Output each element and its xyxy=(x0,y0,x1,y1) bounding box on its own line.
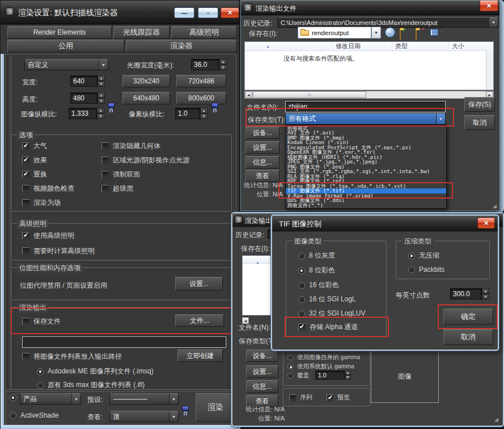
spinner-down-icon[interactable]: ▼ xyxy=(200,113,207,119)
devices-button[interactable]: 设备... xyxy=(246,350,278,362)
new-folder-icon[interactable]: ✦ xyxy=(416,29,417,40)
devices-button[interactable]: 设备... xyxy=(245,127,279,139)
spinner-up-icon[interactable]: ▲ xyxy=(482,288,489,294)
pixel-aspect-field[interactable]: 1.0 xyxy=(175,108,200,119)
width-field[interactable]: 640 xyxy=(70,75,98,87)
format-option[interactable]: JPEG 文件 (*.jpg,*.jpe,*.jpeg) xyxy=(286,159,446,164)
gamma-override-field[interactable]: 1.0 xyxy=(315,371,345,380)
tab-render-elements[interactable]: Render Elements xyxy=(7,26,112,39)
cancel-button[interactable]: 取消 xyxy=(464,115,495,130)
minimize-button[interactable]: — xyxy=(174,7,194,18)
spinner-up-icon[interactable]: ▲ xyxy=(345,371,351,375)
spinner-down-icon[interactable]: ▼ xyxy=(345,375,351,380)
view-button[interactable]: 查看 xyxy=(245,170,279,182)
production-radio[interactable] xyxy=(10,394,16,401)
save-in-dropdown-button[interactable]: ▼ xyxy=(371,27,381,39)
render-hidden-checkbox[interactable] xyxy=(101,142,109,150)
height-field[interactable]: 480 xyxy=(70,92,98,104)
maximize-button[interactable]: ▫ xyxy=(198,7,218,18)
gamma-system-radio[interactable] xyxy=(287,364,293,369)
back-icon[interactable]: ← xyxy=(385,27,395,37)
info-button[interactable]: 信息... xyxy=(246,380,278,393)
format-option[interactable]: 所有文件(*.*) xyxy=(286,203,446,208)
atmosphere-checkbox[interactable] xyxy=(22,142,29,150)
autodesk-me-radio[interactable] xyxy=(37,368,44,375)
format-option[interactable]: AVI 文件 (*.avi) xyxy=(286,131,446,135)
tab-raytracer[interactable]: 光线跟踪器 xyxy=(113,26,170,39)
setup-button[interactable]: 设置... xyxy=(245,141,279,154)
res-720x486-button[interactable]: 720x486 xyxy=(176,75,226,87)
filetype-combo[interactable]: 所有格式 ▼ xyxy=(285,113,446,125)
grey8-radio[interactable] xyxy=(298,253,305,259)
spinner-down-icon[interactable]: ▼ xyxy=(97,113,104,119)
dialog-titlebar[interactable]: S 渲染输出文件 ✕ xyxy=(241,1,499,15)
close-button[interactable]: ✕ xyxy=(480,1,498,11)
sgi-logluv-radio[interactable] xyxy=(298,310,305,317)
column-size[interactable]: 大小 xyxy=(449,42,493,51)
up-folder-icon[interactable]: ➚ xyxy=(400,29,401,40)
activeshade-radio[interactable] xyxy=(10,412,16,419)
dialog-titlebar[interactable]: TIF 图像控制 ✕ xyxy=(272,216,498,232)
render-button[interactable]: 渲染 xyxy=(196,393,235,422)
render-setup-titlebar[interactable]: S 渲染设置: 默认扫描线渲染器 — ▫ ✕ xyxy=(1,1,239,24)
tab-common[interactable]: 公用 xyxy=(7,40,124,52)
effects-checkbox[interactable] xyxy=(22,157,29,164)
gamma-override-spinner[interactable]: ▲▼ xyxy=(345,371,351,380)
spinner-up-icon[interactable]: ▲ xyxy=(97,108,104,113)
image-aspect-field[interactable]: 1.333 xyxy=(69,108,97,119)
save-file-checkbox[interactable] xyxy=(22,318,29,325)
output-size-preset-combo[interactable]: 自定义 ▼ xyxy=(24,59,108,70)
tab-advanced-lighting[interactable]: 高级照明 xyxy=(171,26,237,39)
filename-input[interactable] xyxy=(285,101,446,112)
production-combo[interactable]: 产品▼ xyxy=(20,393,81,405)
spinner-down-icon[interactable]: ▼ xyxy=(482,294,489,300)
spinner-up-icon[interactable]: ▲ xyxy=(219,59,227,65)
create-now-button[interactable]: 立即创建 xyxy=(177,350,223,362)
dpi-field[interactable]: 300.0 xyxy=(450,288,482,300)
ok-button[interactable]: 确定 xyxy=(443,309,493,325)
format-option-selected[interactable]: TIF 图像文件 (*.tif) xyxy=(286,188,446,193)
filetype-dropdown-list[interactable]: 所有格式 AVI 文件 (*.avi) BMP 图像文件 (*.bmp) Kod… xyxy=(285,125,447,209)
format-option[interactable]: BMP 图像文件 (*.bmp) xyxy=(286,136,446,140)
dpi-spinner[interactable]: ▲▼ xyxy=(482,288,489,300)
format-option[interactable]: Kodak Cineon (*.cin) xyxy=(286,140,446,145)
format-option[interactable]: PNG 图像文件 (*.png) xyxy=(286,165,446,169)
close-button[interactable]: ✕ xyxy=(477,217,495,229)
output-path-field[interactable] xyxy=(22,337,226,348)
preset-combo[interactable]: --------------------▼ xyxy=(109,393,179,405)
list-vertical-scrollbar[interactable] xyxy=(486,51,493,90)
width-spinner[interactable]: ▲▼ xyxy=(98,75,105,87)
tab-renderer[interactable]: 渲染器 xyxy=(126,40,237,52)
res-800x600-button[interactable]: 800x600 xyxy=(176,92,226,104)
spinner-up-icon[interactable]: ▲ xyxy=(98,75,105,81)
column-name[interactable]: ▲ xyxy=(245,42,333,51)
format-option[interactable]: OpenEXR 图像文件 (*.exr,*.fxr) xyxy=(286,150,446,154)
use-advanced-lighting-checkbox[interactable] xyxy=(22,232,29,239)
files-button[interactable]: 文件... xyxy=(175,314,224,327)
close-button[interactable]: ✕ xyxy=(221,7,239,18)
format-option[interactable]: RLA 图像文件 (*.rla) xyxy=(286,174,446,179)
gamma-override-radio[interactable] xyxy=(287,373,293,378)
area-lights-checkbox[interactable] xyxy=(101,157,109,164)
packbits-radio[interactable] xyxy=(408,266,415,273)
save-in-combo[interactable]: renderoutput xyxy=(298,27,371,39)
resize-grip[interactable]: ◢ xyxy=(493,203,497,209)
list-horizontal-scrollbar[interactable]: ◄ ||| ► xyxy=(244,91,494,99)
format-option[interactable]: Targa 图像文件 (*.tga,*.vda,*.icb,*.vst) xyxy=(286,184,446,188)
preview-checkbox[interactable] xyxy=(327,394,333,401)
format-option[interactable]: 辐射图像文件 (HDRI) (*.hdr,*.pic) xyxy=(286,155,446,159)
spinner-up-icon[interactable]: ▲ xyxy=(98,92,105,98)
cancel-button[interactable]: 取消 xyxy=(443,329,493,345)
format-option[interactable]: Encapsulated PostScript 文件 (*.eps,*.ps) xyxy=(286,145,446,150)
displacement-checkbox[interactable] xyxy=(22,171,29,178)
sequence-checkbox[interactable] xyxy=(289,394,296,401)
spinner-down-icon[interactable]: ▼ xyxy=(98,81,105,87)
resize-grip[interactable]: ◢ xyxy=(494,417,498,422)
render-to-fields-checkbox[interactable] xyxy=(22,199,29,207)
spinner-up-icon[interactable]: ▲ xyxy=(200,108,207,113)
pixel-aspect-spinner[interactable]: ▲▼ xyxy=(200,108,207,119)
compute-advanced-lighting-checkbox[interactable] xyxy=(22,247,29,255)
info-button[interactable]: 信息... xyxy=(245,156,279,169)
view-combo[interactable]: 顶▼ xyxy=(109,411,179,422)
format-option[interactable]: 所有格式 xyxy=(286,126,446,131)
